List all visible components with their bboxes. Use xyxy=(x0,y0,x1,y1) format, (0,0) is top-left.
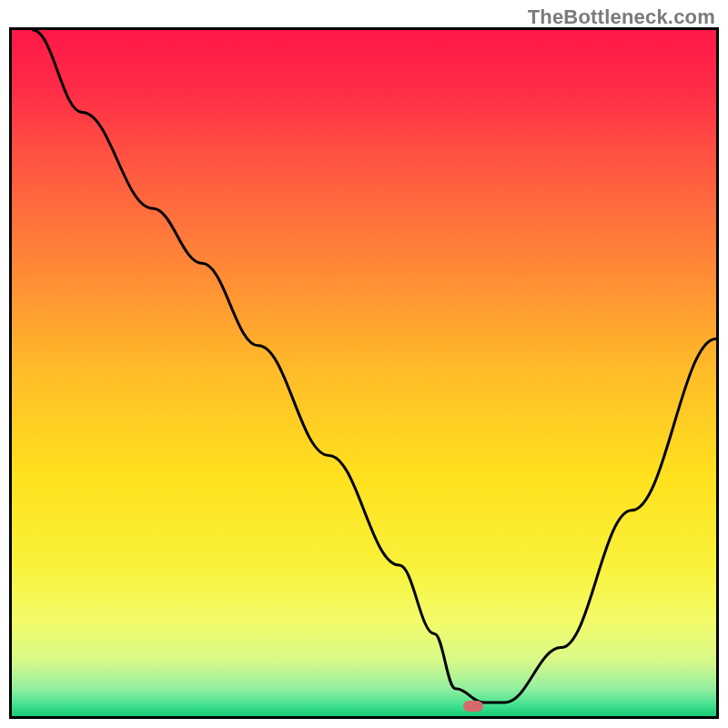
plot-frame xyxy=(9,27,719,719)
gradient-fill xyxy=(12,30,716,716)
plot-svg xyxy=(12,30,716,716)
watermark-text: TheBottleneck.com xyxy=(528,5,715,29)
chart-container: TheBottleneck.com xyxy=(0,0,728,728)
optimal-marker xyxy=(463,701,483,712)
